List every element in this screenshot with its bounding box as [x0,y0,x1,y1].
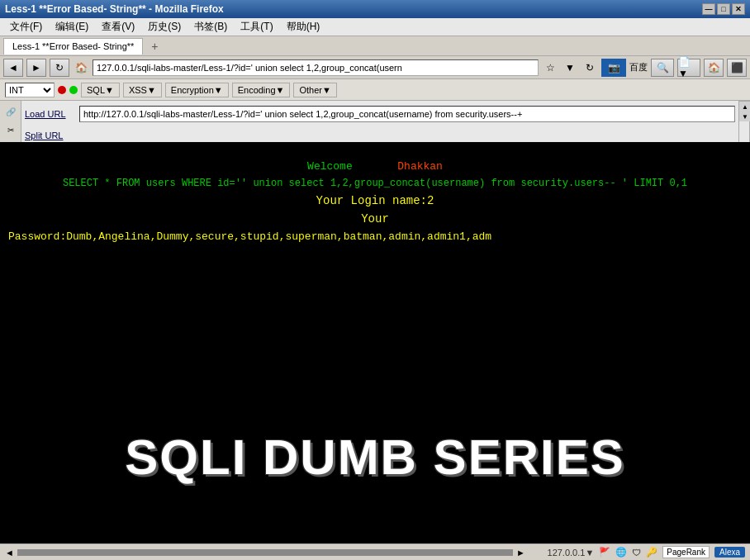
statusbar-right: 127.0.0.1▼ 🚩 🌐 🛡 🔑 PageRank Alexa [548,546,745,558]
login-name-line: Your Login name:2 [8,192,742,210]
welcome-line: Welcome Dhakkan [8,159,742,176]
ip-address[interactable]: 127.0.0.1▼ [548,548,595,558]
side-url-icon: 🔗 [3,104,18,119]
refresh-small-icon[interactable]: ↻ [581,59,598,76]
addrbar: ◄ ► ↻ 🏠 ☆ ▼ ↻ 📷 百度 🔍 📄▼ 🏠 ⬛ [0,56,750,79]
shield-icon: 🛡 [632,548,641,558]
xss-button[interactable]: XSS▼ [123,83,162,97]
load-url-label[interactable]: Load URL [25,109,74,119]
key-icon: 🔑 [646,547,657,558]
url-text-input[interactable] [79,106,735,122]
address-input[interactable] [93,59,539,76]
menu-help[interactable]: 帮助(H) [280,18,327,36]
your-label-line: Your [8,210,742,228]
username-text: Dhakkan [397,160,443,173]
search-button[interactable]: 🔍 [651,59,674,77]
toolbar: INT SQL▼ XSS▼ Encryption▼ Encoding▼ Othe… [0,79,750,101]
scroll-left-icon[interactable]: ◄ [5,548,14,558]
maximize-button[interactable]: □ [717,3,730,15]
camera-icon: 📷 [608,62,620,74]
other-button[interactable]: Other▼ [293,83,336,97]
alexa-label: Alexa [719,548,740,557]
statusbar: ◄ ► 127.0.0.1▼ 🚩 🌐 🛡 🔑 PageRank Alexa [0,543,750,560]
scrollbar-track[interactable] [17,549,513,556]
search-engine-label: 百度 [629,61,648,74]
titlebar-title: Less-1 **Error Based- String** - Mozilla… [5,3,224,15]
back-button[interactable]: ◄ [3,59,23,77]
forward-button[interactable]: ► [26,59,46,77]
menu-bookmarks[interactable]: 书签(B) [188,18,234,36]
titlebar-controls: — □ ✕ [702,3,745,15]
scroll-right-icon[interactable]: ► [516,548,525,558]
globe-icon: 🌐 [615,547,627,558]
bookmark-star-icon[interactable]: ☆ [542,59,558,76]
green-dot [69,86,78,94]
menubar: 文件(F) 编辑(E) 查看(V) 历史(S) 书签(B) 工具(T) 帮助(H… [0,18,750,36]
flag-icon: 🚩 [599,547,610,558]
password-line: Password:Dumb,Angelina,Dummy,secure,stup… [8,229,742,246]
bookmark-down-icon[interactable]: ▼ [562,59,578,76]
nav-home2[interactable]: 🏠 [704,59,724,77]
type-select[interactable]: INT [5,83,55,97]
load-url-row: Load URL [25,104,735,124]
content-text: Welcome Dhakkan SELECT * FROM users WHER… [8,159,742,246]
menu-history[interactable]: 历史(S) [141,18,188,36]
addr-icons: ☆ ▼ ↻ [542,59,598,76]
menu-tools[interactable]: 工具(T) [234,18,279,36]
nav-extra2[interactable]: ⬛ [727,59,747,77]
pagerank-label: PageRank [667,548,705,557]
tab-label: Less-1 **Error Based- String** [12,41,134,51]
scroll-up-button[interactable]: ▲ [739,102,750,112]
titlebar: Less-1 **Error Based- String** - Mozilla… [0,0,750,18]
alexa-box[interactable]: Alexa [714,547,745,558]
welcome-text: Welcome [307,160,353,173]
tabbar: Less-1 **Error Based- String** + [0,36,750,56]
nav-extra1[interactable]: 📄▼ [677,59,700,77]
menu-view[interactable]: 查看(V) [95,18,141,36]
menu-edit[interactable]: 编辑(E) [49,18,95,36]
content-display: Welcome Dhakkan SELECT * FROM users WHER… [0,142,750,543]
content-area: Welcome Dhakkan SELECT * FROM users WHER… [0,142,750,543]
new-tab-button[interactable]: + [146,38,163,55]
red-dot [58,86,66,94]
minimize-button[interactable]: — [702,3,715,15]
split-url-label[interactable]: Split URL [25,131,74,140]
side-split-icon: ✂ [3,122,18,137]
pagerank-box[interactable]: PageRank [662,546,710,558]
banner-text: SQLI DUMB SERIES [0,429,750,486]
search-icon-bg: 📷 [601,59,626,77]
sql-query-line: SELECT * FROM users WHERE id='' union se… [8,176,742,192]
scroll-down-button[interactable]: ▼ [739,112,750,121]
sql-button[interactable]: SQL▼ [81,83,120,97]
encoding-button[interactable]: Encoding▼ [232,83,291,97]
home-icon[interactable]: 🏠 [73,59,89,76]
refresh-button[interactable]: ↻ [50,59,69,77]
encryption-button[interactable]: Encryption▼ [165,83,229,97]
active-tab[interactable]: Less-1 **Error Based- String** [3,38,143,55]
close-button[interactable]: ✕ [732,3,745,15]
statusbar-left: ◄ ► [5,548,525,558]
menu-file[interactable]: 文件(F) [3,18,49,36]
